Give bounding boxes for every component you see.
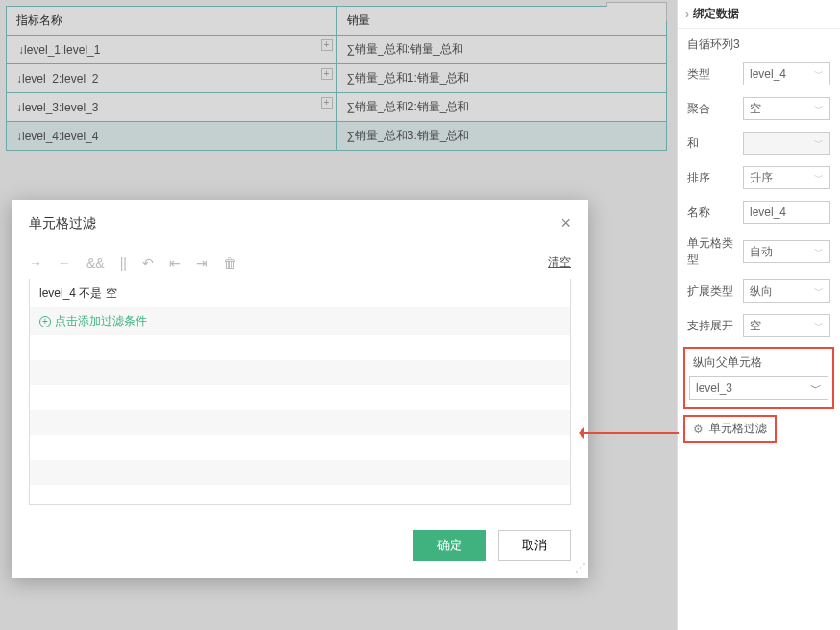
chevron-down-icon: ﹀ bbox=[814, 319, 824, 332]
cell-filter-button[interactable]: ⚙ 单元格过滤 bbox=[683, 415, 777, 443]
select-agg[interactable]: 空﹀ bbox=[743, 97, 830, 120]
modal-header: 单元格过滤 × bbox=[12, 200, 588, 247]
trash-icon[interactable]: 🗑 bbox=[223, 255, 236, 271]
sidebar-bind-data: › 绑定数据 自循环列3 类型 level_4﹀ 聚合 空﹀ 和 ﹀ 排序 升序… bbox=[677, 0, 840, 630]
ok-button[interactable]: 确定 bbox=[413, 530, 486, 561]
sidebar-header: › 绑定数据 bbox=[678, 0, 840, 29]
indent-out-icon[interactable]: ⇥ bbox=[196, 255, 208, 271]
filter-row-empty bbox=[30, 410, 570, 435]
row-agg: 聚合 空﹀ bbox=[678, 91, 840, 126]
filter-row-empty bbox=[30, 360, 570, 385]
row-expandtype: 扩展类型 纵向﹀ bbox=[678, 274, 840, 308]
chevron-down-icon: ﹀ bbox=[814, 171, 824, 184]
indent-in-icon[interactable]: ⇤ bbox=[169, 255, 181, 271]
chevron-down-icon: ﹀ bbox=[814, 67, 824, 81]
input-name[interactable]: level_4 bbox=[743, 201, 830, 224]
chevron-down-icon: ﹀ bbox=[814, 245, 824, 258]
chevron-down-icon: ﹀ bbox=[810, 380, 822, 397]
filter-row-empty bbox=[30, 435, 570, 460]
chevron-down-icon: ﹀ bbox=[814, 284, 824, 298]
add-filter-row[interactable]: + 点击添加过滤条件 bbox=[30, 307, 570, 335]
row-and: 和 ﹀ bbox=[678, 126, 840, 160]
undo-icon[interactable]: ↶ bbox=[142, 255, 154, 271]
plus-circle-icon: + bbox=[39, 316, 51, 327]
filter-row-empty bbox=[30, 485, 570, 505]
annotation-arrow bbox=[582, 432, 679, 434]
modal-toolbar: → ← && || ↶ ⇤ ⇥ 🗑 清空 bbox=[12, 247, 588, 279]
gear-icon: ⚙ bbox=[693, 423, 704, 436]
sidebar-subtitle: 自循环列3 bbox=[678, 29, 840, 57]
select-vparent[interactable]: level_3﹀ bbox=[689, 376, 828, 400]
row-celltype: 单元格类型 自动﹀ bbox=[678, 230, 840, 274]
select-supportexpand[interactable]: 空﹀ bbox=[743, 314, 830, 337]
select-expandtype[interactable]: 纵向﹀ bbox=[743, 279, 830, 303]
filter-row-empty bbox=[30, 385, 570, 410]
modal-footer: 确定 取消 bbox=[12, 517, 588, 578]
filter-row[interactable]: level_4 不是 空 bbox=[30, 279, 570, 307]
or-icon[interactable]: || bbox=[120, 255, 127, 271]
modal-title: 单元格过滤 bbox=[29, 215, 96, 232]
chevron-right-icon[interactable]: › bbox=[685, 8, 689, 21]
group-vertical-parent: 纵向父单元格 level_3﹀ bbox=[683, 347, 834, 409]
cell-filter-modal: 单元格过滤 × → ← && || ↶ ⇤ ⇥ 🗑 清空 level_4 不是 … bbox=[12, 200, 588, 578]
clear-button[interactable]: 清空 bbox=[548, 254, 571, 271]
resize-grip[interactable]: ⋰ bbox=[575, 561, 584, 574]
filter-row-empty bbox=[30, 460, 570, 485]
filter-row-empty bbox=[30, 335, 570, 360]
select-and: ﹀ bbox=[743, 132, 830, 155]
row-type: 类型 level_4﹀ bbox=[678, 57, 840, 91]
row-supportexpand: 支持展开 空﹀ bbox=[678, 308, 840, 343]
cancel-button[interactable]: 取消 bbox=[498, 530, 571, 561]
close-icon[interactable]: × bbox=[560, 213, 571, 233]
chevron-down-icon: ﹀ bbox=[814, 136, 824, 150]
row-name: 名称 level_4 bbox=[678, 195, 840, 230]
filter-list: level_4 不是 空 + 点击添加过滤条件 bbox=[29, 279, 571, 505]
chevron-down-icon: ﹀ bbox=[814, 102, 824, 115]
select-sort[interactable]: 升序﹀ bbox=[743, 166, 830, 189]
select-type[interactable]: level_4﹀ bbox=[743, 62, 830, 85]
select-celltype[interactable]: 自动﹀ bbox=[743, 240, 830, 263]
arrow-right-icon[interactable]: → bbox=[29, 255, 42, 271]
arrow-left-icon[interactable]: ← bbox=[58, 255, 71, 271]
sidebar-title: 绑定数据 bbox=[693, 6, 739, 22]
row-sort: 排序 升序﹀ bbox=[678, 160, 840, 195]
and-icon[interactable]: && bbox=[86, 255, 105, 271]
